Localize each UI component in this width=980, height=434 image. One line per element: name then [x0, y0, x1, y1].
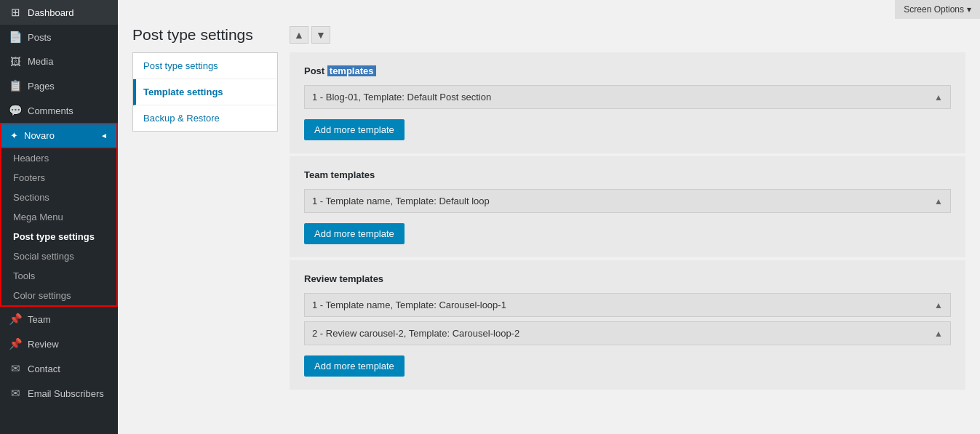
sidebar-item-media[interactable]: 🖼 Media — [0, 49, 118, 73]
row-arrow-icon: ▲ — [927, 190, 950, 212]
team-templates-label: Team templates — [304, 169, 951, 180]
team-icon: 📌 — [9, 313, 22, 326]
sidebar-item-review[interactable]: 📌 Review — [0, 331, 118, 356]
sidebar-item-comments[interactable]: 💬 Comments — [0, 98, 118, 123]
sub-item-post-type-settings[interactable]: Post type settings — [1, 227, 116, 246]
sub-item-tools[interactable]: Tools — [1, 266, 116, 286]
sidebar-item-contact[interactable]: ✉ Contact — [0, 356, 118, 381]
media-icon: 🖼 — [9, 55, 22, 68]
pages-icon: 📋 — [9, 79, 22, 92]
sidebar-item-team[interactable]: 📌 Team — [0, 307, 118, 331]
post-templates-label: Post templates — [304, 65, 951, 76]
novaro-submenu: Headers Footers Sections Mega Menu Post … — [0, 148, 118, 307]
sidebar-item-novaro[interactable]: ✦ Novaro ◄ — [0, 123, 118, 148]
sub-nav-post-type-settings[interactable]: Post type settings — [133, 53, 277, 79]
post-templates-section: Post templates 1 - Blog-01, Template: De… — [290, 52, 965, 153]
table-row: 1 - Template name, Template: Default loo… — [304, 189, 951, 213]
table-row: 1 - Blog-01, Template: Default Post sect… — [304, 85, 951, 109]
sub-nav: Post type settings Template settings Bac… — [132, 52, 278, 132]
left-panel: Post type settings Post type settings Te… — [132, 26, 278, 427]
main-content: Screen Options ▾ Post type settings Post… — [118, 0, 980, 434]
add-team-template-button[interactable]: Add more template — [304, 223, 405, 244]
row-arrow-icon: ▲ — [927, 87, 950, 108]
review-templates-label: Review templates — [304, 273, 951, 284]
add-review-template-button[interactable]: Add more template — [304, 355, 405, 377]
email-subscribers-icon: ✉ — [9, 387, 22, 400]
arrow-controls: ▲ ▼ — [290, 26, 965, 44]
novaro-arrow-icon: ◄ — [100, 132, 108, 140]
move-up-button[interactable]: ▲ — [290, 26, 308, 44]
sidebar: ⊞ Dashboard 📄 Posts 🖼 Media 📋 Pages 💬 Co… — [0, 0, 118, 434]
move-down-button[interactable]: ▼ — [311, 26, 330, 44]
sub-nav-template-settings[interactable]: Template settings — [133, 79, 277, 105]
posts-icon: 📄 — [9, 31, 22, 44]
right-panel: ▲ ▼ Post templates 1 - Blog-01, Template… — [290, 26, 965, 427]
sub-item-headers[interactable]: Headers — [1, 148, 116, 168]
row-arrow-icon: ▲ — [927, 294, 950, 316]
sidebar-item-posts[interactable]: 📄 Posts — [0, 25, 118, 49]
screen-options-button[interactable]: Screen Options ▾ — [895, 0, 980, 19]
sidebar-item-email-subscribers[interactable]: ✉ Email Subscribers — [0, 381, 118, 406]
top-bar: Screen Options ▾ — [118, 0, 980, 19]
page-title: Post type settings — [132, 26, 278, 44]
sub-item-footers[interactable]: Footers — [1, 168, 116, 188]
table-row: 2 - Review carousel-2, Template: Carouse… — [304, 321, 951, 345]
sidebar-item-pages[interactable]: 📋 Pages — [0, 73, 118, 98]
add-post-template-button[interactable]: Add more template — [304, 119, 405, 140]
team-templates-section: Team templates 1 - Template name, Templa… — [290, 156, 965, 257]
row-arrow-icon: ▲ — [927, 323, 950, 345]
novaro-icon: ✦ — [10, 130, 18, 141]
sub-item-mega-menu[interactable]: Mega Menu — [1, 207, 116, 227]
contact-icon: ✉ — [9, 362, 22, 375]
sub-item-social-settings[interactable]: Social settings — [1, 246, 116, 266]
sub-item-color-settings[interactable]: Color settings — [1, 286, 116, 305]
templates-highlight: templates — [327, 65, 376, 76]
review-icon: 📌 — [9, 337, 22, 350]
dashboard-icon: ⊞ — [9, 6, 22, 19]
sub-nav-backup-restore[interactable]: Backup & Restore — [133, 105, 277, 131]
sidebar-item-dashboard[interactable]: ⊞ Dashboard — [0, 0, 118, 25]
dropdown-arrow-icon: ▾ — [967, 4, 971, 15]
table-row: 1 - Template name, Template: Carousel-lo… — [304, 293, 951, 317]
sub-item-sections[interactable]: Sections — [1, 188, 116, 207]
comments-icon: 💬 — [9, 104, 22, 117]
review-templates-section: Review templates 1 - Template name, Temp… — [290, 260, 965, 390]
page-wrapper: Post type settings Post type settings Te… — [118, 19, 980, 434]
